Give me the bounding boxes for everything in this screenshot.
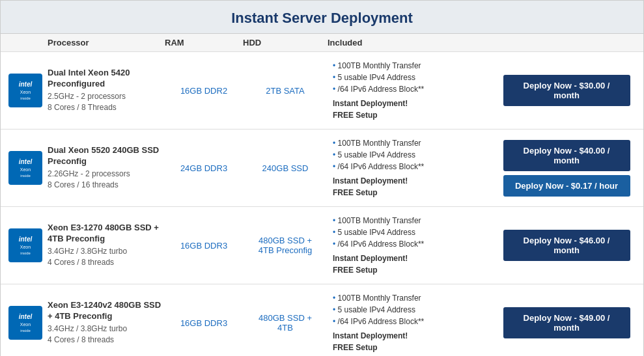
list-item: /64 IPv6 Address Block** [333, 316, 492, 327]
list-item: /64 IPv6 Address Block** [333, 83, 492, 95]
list-item: 5 usable IPv4 Address [333, 72, 492, 83]
main-container: Instant Server Deployment Processor RAM … [0, 0, 644, 356]
included-cell: 100TB Monthly Transfer5 usable IPv4 Addr… [328, 215, 492, 276]
intel-badge-icon: intel Xeon inside [8, 74, 42, 107]
hdd-cell: 480GB SSD +4TB Preconfig [243, 236, 328, 255]
col-action [492, 38, 636, 48]
svg-text:inside: inside [20, 251, 31, 255]
table-row: intel Xeon inside Dual Intel Xeon 5420 P… [1, 52, 643, 130]
column-headers: Processor RAM HDD Included [1, 34, 643, 52]
deploy-button[interactable]: Deploy Now - $49.00 / month [503, 307, 630, 338]
svg-text:intel: intel [19, 81, 33, 88]
col-hdd: HDD [243, 38, 328, 48]
intel-badge-icon: intel Xeon inside [8, 151, 42, 185]
deploy-button[interactable]: Deploy Now - $46.00 / month [503, 230, 630, 261]
processor-info: Dual Intel Xeon 5420 Preconfigured2.5GHz… [48, 68, 165, 113]
processor-name: Xeon E3-1270 480GB SSD + 4TB Preconfig [48, 223, 165, 245]
included-bold-text: Instant Deployment! [333, 253, 492, 264]
col-included: Included [328, 38, 492, 48]
processor-name: Dual Xeon 5520 240GB SSD Preconfig [48, 145, 165, 167]
intel-badge-icon: intel Xeon inside [8, 228, 42, 262]
processor-detail: 3.4GHz / 3.8GHz turbo4 Cores / 8 threads [48, 246, 165, 268]
svg-text:Xeon: Xeon [20, 245, 31, 249]
list-item: /64 IPv6 Address Block** [333, 238, 492, 250]
svg-text:inside: inside [20, 174, 31, 178]
included-bold-text: Instant Deployment! [333, 98, 492, 109]
svg-text:inside: inside [20, 96, 31, 100]
ram-cell: 24GB DDR3 [165, 163, 243, 173]
processor-cell: intel Xeon inside Dual Intel Xeon 5420 P… [8, 68, 165, 113]
list-item: 5 usable IPv4 Address [333, 149, 492, 161]
action-cell: Deploy Now - $30.00 / month [492, 75, 636, 106]
ram-cell: 16GB DDR2 [165, 86, 243, 96]
included-cell: 100TB Monthly Transfer5 usable IPv4 Addr… [328, 292, 492, 353]
processor-info: Dual Xeon 5520 240GB SSD Preconfig2.26GH… [48, 145, 165, 190]
svg-text:intel: intel [19, 236, 33, 243]
processor-name: Xeon E3-1240v2 480GB SSD + 4TB Preconfig [48, 300, 165, 322]
list-item: 5 usable IPv4 Address [333, 226, 492, 238]
list-item: 100TB Monthly Transfer [333, 60, 492, 72]
ram-cell: 16GB DDR3 [165, 241, 243, 251]
deploy-button[interactable]: Deploy Now - $30.00 / month [503, 75, 630, 106]
server-list: intel Xeon inside Dual Intel Xeon 5420 P… [1, 52, 643, 356]
svg-text:Xeon: Xeon [20, 167, 31, 172]
deploy-button[interactable]: Deploy Now - $40.00 / month [503, 140, 630, 171]
processor-name: Dual Intel Xeon 5420 Preconfigured [48, 68, 165, 90]
col-ram: RAM [165, 38, 243, 48]
processor-detail: 2.5GHz - 2 processors8 Cores / 8 Threads [48, 91, 165, 113]
table-row: intel Xeon inside Xeon E3-1270 480GB SSD… [1, 207, 643, 284]
processor-cell: intel Xeon inside Xeon E3-1270 480GB SSD… [8, 223, 165, 267]
list-item: 100TB Monthly Transfer [333, 137, 492, 149]
hdd-cell: 240GB SSD [243, 163, 328, 173]
list-item: 5 usable IPv4 Address [333, 304, 492, 316]
svg-text:Xeon: Xeon [20, 90, 31, 94]
processor-cell: intel Xeon inside Dual Xeon 5520 240GB S… [8, 145, 165, 190]
col-processor: Processor [8, 38, 165, 48]
included-bold-text: FREE Setup [333, 264, 492, 276]
hdd-cell: 480GB SSD +4TB [243, 313, 328, 333]
list-item: 100TB Monthly Transfer [333, 215, 492, 226]
processor-detail: 2.26GHz - 2 processors8 Cores / 16 threa… [48, 169, 165, 191]
page-title: Instant Server Deployment [1, 1, 643, 34]
processor-detail: 3.4GHz / 3.8GHz turbo4 Cores / 8 threads [48, 323, 165, 346]
list-item: /64 IPv6 Address Block** [333, 161, 492, 172]
action-cell: Deploy Now - $49.00 / month [492, 307, 636, 338]
deploy-button[interactable]: Deploy Now - $0.17 / hour [503, 175, 630, 197]
included-bold-text: Instant Deployment! [333, 175, 492, 187]
action-cell: Deploy Now - $40.00 / monthDeploy Now - … [492, 140, 636, 197]
hdd-cell: 2TB SATA [243, 86, 328, 96]
ram-cell: 16GB DDR3 [165, 318, 243, 328]
processor-cell: intel Xeon inside Xeon E3-1240v2 480GB S… [8, 300, 165, 345]
svg-text:intel: intel [19, 158, 33, 165]
svg-text:Xeon: Xeon [20, 322, 31, 327]
svg-text:inside: inside [20, 329, 31, 333]
included-bold-text: FREE Setup [333, 342, 492, 353]
list-item: 100TB Monthly Transfer [333, 292, 492, 304]
intel-badge-icon: intel Xeon inside [8, 306, 42, 340]
table-row: intel Xeon inside Xeon E3-1240v2 480GB S… [1, 284, 643, 356]
included-cell: 100TB Monthly Transfer5 usable IPv4 Addr… [328, 60, 492, 121]
included-cell: 100TB Monthly Transfer5 usable IPv4 Addr… [328, 137, 492, 199]
processor-info: Xeon E3-1240v2 480GB SSD + 4TB Preconfig… [48, 300, 165, 345]
svg-text:intel: intel [19, 313, 33, 320]
included-bold-text: Instant Deployment! [333, 330, 492, 342]
processor-info: Xeon E3-1270 480GB SSD + 4TB Preconfig3.… [48, 223, 165, 267]
table-row: intel Xeon inside Dual Xeon 5520 240GB S… [1, 130, 643, 207]
included-bold-text: FREE Setup [333, 187, 492, 199]
action-cell: Deploy Now - $46.00 / month [492, 230, 636, 261]
included-bold-text: FREE Setup [333, 109, 492, 121]
